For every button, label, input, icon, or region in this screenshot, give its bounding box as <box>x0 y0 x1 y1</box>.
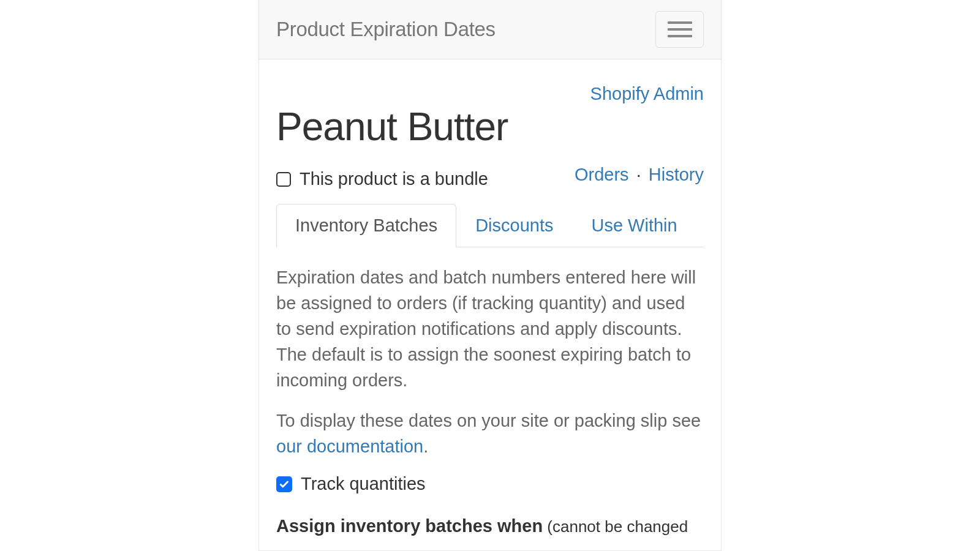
shopify-admin-row: Shopify Admin <box>276 84 704 104</box>
navbar-toggle-button[interactable] <box>655 11 704 48</box>
track-quantities-checkbox[interactable] <box>276 476 292 492</box>
history-link[interactable]: History <box>649 165 704 184</box>
description-p2-prefix: To display these dates on your site or p… <box>276 411 701 430</box>
bundle-checkbox-text: This product is a bundle <box>300 169 488 189</box>
track-quantities-row: Track quantities <box>276 474 704 494</box>
hamburger-icon <box>668 28 692 31</box>
documentation-link[interactable]: our documentation <box>276 437 423 456</box>
app-container: Product Expiration Dates Shopify Admin P… <box>258 0 722 551</box>
hamburger-icon <box>668 35 692 37</box>
description-p2-suffix: . <box>423 437 428 456</box>
bundle-checkbox[interactable] <box>276 172 291 187</box>
tab-inventory-batches[interactable]: Inventory Batches <box>276 204 456 247</box>
navbar: Product Expiration Dates <box>259 0 721 59</box>
description-paragraph-1: Expiration dates and batch numbers enter… <box>276 264 704 393</box>
tab-discounts[interactable]: Discounts <box>456 204 572 247</box>
track-quantities-label: Track quantities <box>301 474 426 494</box>
sub-links-row: This product is a bundle Orders · Histor… <box>276 160 704 189</box>
description-paragraph-2: To display these dates on your site or p… <box>276 408 704 459</box>
right-links: Orders · History <box>575 165 704 185</box>
product-title: Peanut Butter <box>276 104 704 149</box>
link-separator: · <box>636 165 641 184</box>
orders-link[interactable]: Orders <box>575 165 629 184</box>
bundle-checkbox-label[interactable]: This product is a bundle <box>276 169 488 189</box>
hamburger-icon <box>668 21 692 24</box>
assign-batches-label: Assign inventory batches when (cannot be… <box>276 511 704 551</box>
shopify-admin-link[interactable]: Shopify Admin <box>590 84 704 103</box>
navbar-brand[interactable]: Product Expiration Dates <box>276 18 496 41</box>
check-icon <box>279 479 290 490</box>
assign-batches-bold: Assign inventory batches when <box>276 516 543 536</box>
main-content: Shopify Admin Peanut Butter This product… <box>259 59 721 551</box>
tabs: Inventory Batches Discounts Use Within <box>276 204 704 247</box>
tab-use-within[interactable]: Use Within <box>572 204 696 247</box>
